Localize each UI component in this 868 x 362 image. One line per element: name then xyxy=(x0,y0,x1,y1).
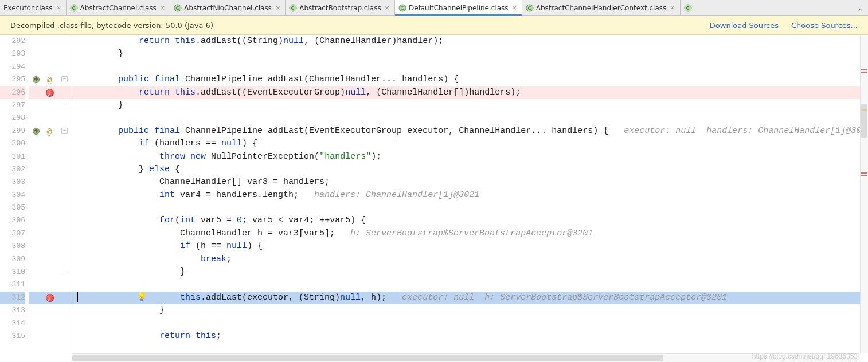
code-line[interactable]: public final ChannelPipeline addLast(Cha… xyxy=(72,73,868,86)
code-line[interactable]: throw new NullPointerException("handlers… xyxy=(72,151,868,163)
code-line[interactable]: ChannelHandler h = var3[var5]; h: Server… xyxy=(72,227,868,240)
error-marker[interactable] xyxy=(861,69,867,70)
line-number[interactable]: 310 xyxy=(0,266,25,278)
error-marker[interactable] xyxy=(861,172,867,174)
code-line[interactable]: return this.addLast((EventExecutorGroup)… xyxy=(72,86,868,99)
fold-end-icon xyxy=(64,99,67,105)
code-line[interactable]: for(int var5 = 0; var5 < var4; ++var5) { xyxy=(72,214,868,227)
line-number[interactable]: 314 xyxy=(0,317,25,330)
tabs-overflow-icon[interactable]: ⌄ xyxy=(853,3,868,12)
line-number[interactable]: 298 xyxy=(0,112,25,124)
fold-toggle[interactable]: − xyxy=(61,76,68,82)
tab-label: Executor.class xyxy=(3,4,52,12)
code-line[interactable] xyxy=(72,317,868,330)
line-number[interactable]: 294 xyxy=(0,61,25,73)
code-line[interactable] xyxy=(72,61,868,73)
line-number[interactable]: 304 xyxy=(0,189,25,202)
close-icon[interactable]: × xyxy=(274,4,281,11)
code-line[interactable]: int var4 = handlers.length; handlers: Ch… xyxy=(72,189,868,202)
code-line[interactable]: ChannelHandler[] var3 = handlers; xyxy=(72,176,868,188)
editor-tabs: Executor.class × C AbstractChannel.class… xyxy=(0,0,868,16)
line-number[interactable]: 313 xyxy=(0,304,25,317)
code-editor[interactable]: 2922932942952962972982993003013023033043… xyxy=(0,35,868,362)
intention-bulb-icon[interactable]: 💡 xyxy=(136,292,147,304)
choose-sources-link[interactable]: Choose Sources... xyxy=(791,21,858,30)
code-line[interactable] xyxy=(72,278,868,291)
code-line[interactable]: } xyxy=(72,99,868,112)
line-number[interactable]: 305 xyxy=(0,202,25,214)
svg-text:C: C xyxy=(72,5,76,11)
code-line[interactable]: this.addLast(executor, (String)null, h);… xyxy=(72,292,868,304)
error-marker[interactable] xyxy=(861,72,867,73)
horizontal-scrollbar[interactable] xyxy=(72,353,860,362)
line-number[interactable]: 312 xyxy=(0,292,25,304)
close-icon[interactable]: × xyxy=(54,4,62,11)
tab-abstractchannelhandlercontext[interactable]: C AbstractChannelHandlerContext.class × xyxy=(522,0,681,15)
line-number[interactable]: 296 xyxy=(0,86,25,99)
class-file-icon: C xyxy=(684,4,692,12)
tab-defaultchannelpipeline[interactable]: C DefaultChannelPipeline.class × xyxy=(395,0,522,15)
line-number[interactable]: 292 xyxy=(0,35,25,48)
close-icon[interactable]: × xyxy=(159,4,166,11)
line-number[interactable]: 311 xyxy=(0,278,25,291)
code-line[interactable] xyxy=(72,202,868,214)
vertical-scrollbar-thumb[interactable] xyxy=(861,104,867,138)
annotation-icon: @ xyxy=(47,74,52,87)
line-number[interactable]: 300 xyxy=(0,137,25,150)
tab-abstractniochannel[interactable]: C AbstractNioChannel.class × xyxy=(170,0,286,15)
banner-links: Download Sources Choose Sources... xyxy=(710,21,858,30)
code-line[interactable] xyxy=(72,112,868,124)
line-number[interactable]: 295 xyxy=(0,73,25,86)
svg-text:C: C xyxy=(401,5,405,11)
svg-text:C: C xyxy=(176,5,180,11)
fold-toggle[interactable]: − xyxy=(61,128,68,134)
code-line[interactable]: } xyxy=(72,304,868,317)
download-sources-link[interactable]: Download Sources xyxy=(710,21,779,30)
fold-end-icon xyxy=(64,266,67,272)
tab-label: AbstractChannel.class xyxy=(80,4,157,12)
code-line[interactable]: public final ChannelPipeline addLast(Eve… xyxy=(72,125,868,137)
tab-label: DefaultChannelPipeline.class xyxy=(409,4,509,12)
code-line[interactable]: } xyxy=(72,266,868,278)
class-file-icon: C xyxy=(70,4,78,12)
line-number[interactable]: 307 xyxy=(0,227,25,240)
override-icon[interactable] xyxy=(32,127,40,135)
line-number[interactable]: 301 xyxy=(0,151,25,163)
line-number[interactable]: 297 xyxy=(0,99,25,112)
line-number[interactable]: 303 xyxy=(0,176,25,188)
override-icon[interactable] xyxy=(32,76,40,84)
line-number[interactable]: 299 xyxy=(0,125,25,137)
tab-more[interactable]: C xyxy=(681,0,695,15)
code-line[interactable]: } else { xyxy=(72,163,868,176)
close-icon[interactable]: × xyxy=(384,4,391,11)
class-file-icon: C xyxy=(174,4,182,12)
line-number[interactable]: 315 xyxy=(0,330,25,343)
gutter[interactable]: 2922932942952962972982993003013023033043… xyxy=(0,35,72,362)
line-number[interactable]: 309 xyxy=(0,253,25,266)
class-file-icon: C xyxy=(398,4,406,12)
close-icon[interactable]: × xyxy=(668,4,676,11)
tab-abstractbootstrap[interactable]: C AbstractBootstrap.class × xyxy=(286,0,395,15)
svg-text:C: C xyxy=(528,5,532,11)
tab-executor[interactable]: Executor.class × xyxy=(0,0,67,15)
error-marker[interactable] xyxy=(861,175,867,176)
warning-marker[interactable] xyxy=(861,109,867,111)
code-line[interactable]: if (handlers == null) { xyxy=(72,137,868,150)
line-number[interactable]: 293 xyxy=(0,48,25,60)
code-line[interactable]: } xyxy=(72,48,868,60)
code-line[interactable]: break; xyxy=(72,253,868,266)
code-line[interactable]: return this.addLast((String)null, (Chann… xyxy=(72,35,868,48)
line-number[interactable]: 308 xyxy=(0,240,25,253)
code-line[interactable]: if (h == null) { xyxy=(72,240,868,253)
code-line[interactable]: return this; xyxy=(72,330,868,343)
scrollbar-thumb[interactable] xyxy=(72,355,663,361)
line-number[interactable]: 302 xyxy=(0,163,25,176)
class-file-icon: C xyxy=(289,4,297,12)
tab-label: AbstractBootstrap.class xyxy=(299,4,381,12)
tab-abstractchannel[interactable]: C AbstractChannel.class × xyxy=(67,0,170,15)
scroll-marker-strip[interactable] xyxy=(860,35,868,353)
line-number[interactable]: 306 xyxy=(0,214,25,227)
close-icon[interactable]: × xyxy=(511,4,518,11)
class-file-icon: C xyxy=(526,4,534,12)
tab-label: AbstractChannelHandlerContext.class xyxy=(536,4,667,12)
